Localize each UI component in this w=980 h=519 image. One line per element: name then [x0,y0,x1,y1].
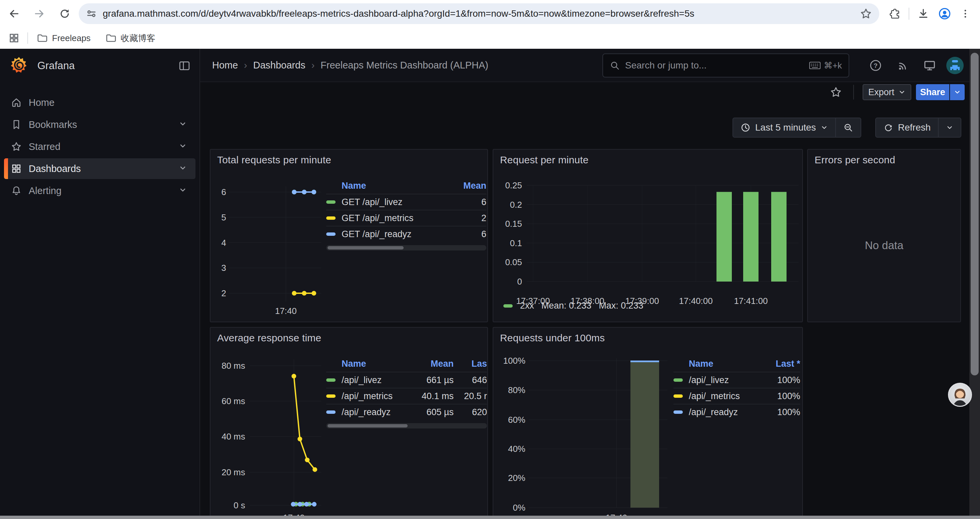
series-name[interactable]: /api/_metrics [342,391,407,401]
legend-row[interactable]: /api/_livez 100% [673,372,800,388]
sidebar-item-starred[interactable]: Starred [4,136,196,157]
share-button[interactable]: Share [916,84,949,100]
svg-text:0: 0 [517,276,522,287]
series-color-pill[interactable] [326,394,336,398]
page-scrollbar-thumb[interactable] [970,53,978,375]
legend-horizontal-scrollbar[interactable] [326,423,487,428]
series-color-pill[interactable] [326,232,336,236]
legend-row[interactable]: GET /api/_livez 6 [326,194,486,210]
series-color-pill[interactable] [673,394,683,398]
sidebar-item-dashboards[interactable]: Dashboards [4,158,196,179]
svg-text:0.25: 0.25 [505,180,522,190]
series-name[interactable]: /api/_livez [342,375,407,385]
downloads-button[interactable] [914,4,932,23]
panel-request-per-minute[interactable]: Request per minute 0.250.20.150.10.05017… [493,149,803,322]
panel-requests-under-100ms[interactable]: Requests under 100ms 100%80%60%40%20%0%1… [493,327,803,519]
series-mean: 6 [446,197,486,208]
series-color-pill[interactable] [503,304,513,308]
folder-icon [37,33,48,43]
bookmark-star-icon[interactable] [860,8,872,20]
svg-text:80 ms: 80 ms [221,361,245,371]
sidebar-item-home[interactable]: Home [4,92,196,113]
legend-header-name[interactable]: Name [689,359,764,369]
series-last: 100% [764,375,800,385]
legend-header-mean[interactable]: Mean [446,181,486,191]
extensions-button[interactable] [885,4,904,23]
browser-profile-button[interactable] [935,4,954,23]
floating-assistant-avatar[interactable] [948,383,972,407]
bookmark-folder-blogs[interactable]: 收藏博客 [105,32,156,44]
panel-errors-per-second[interactable]: Errors per second No data [807,149,961,322]
svg-text:0.2: 0.2 [510,200,522,210]
browser-menu-button[interactable] [956,4,975,23]
site-settings-icon[interactable] [86,8,97,19]
browser-forward-button[interactable] [30,4,49,23]
legend-row[interactable]: /api/_readyz 605 µs 620 [326,404,487,420]
series-color-pill[interactable] [326,378,336,382]
breadcrumb-dashboards[interactable]: Dashboards [253,60,305,71]
download-icon [918,8,929,19]
legend-row[interactable]: /api/_metrics 100% [673,388,800,404]
series-name[interactable]: /api/_readyz [689,407,764,417]
news-button[interactable] [891,49,915,82]
series-name[interactable]: /api/_metrics [689,391,764,401]
series-color-pill[interactable] [673,410,683,414]
panel-total-requests-per-minute[interactable]: Total requests per minute 6543217:40 Nam… [210,149,488,322]
legend-header-last[interactable]: Las [453,359,487,369]
series-color-pill[interactable] [326,200,336,204]
refresh-interval-button[interactable] [939,118,961,137]
help-button[interactable]: ? [864,49,887,82]
arrow-left-icon [8,8,20,19]
side-panel-apps-button[interactable] [7,31,21,45]
legend-row[interactable]: GET /api/_metrics 2 [326,210,486,226]
legend-horizontal-scrollbar[interactable] [326,245,486,251]
url-bar[interactable]: grafana.mathmast.com/d/deytv4rwavabkb/fr… [79,3,879,24]
apps-grid-icon [9,33,19,43]
avatar-image [946,57,964,74]
collapse-sidebar-icon[interactable] [179,60,190,72]
series-color-pill[interactable] [326,216,336,220]
series-color-pill[interactable] [326,410,336,414]
user-avatar[interactable] [943,49,967,82]
favorite-dashboard-button[interactable] [827,84,845,100]
series-name[interactable]: GET /api/_metrics [342,213,446,224]
browser-reload-button[interactable] [56,4,74,23]
series-color-pill[interactable] [673,378,683,382]
series-name[interactable]: /api/_readyz [342,407,407,417]
svg-text:3: 3 [221,263,226,273]
search-input[interactable]: Search or jump to... ⌘+k [602,53,849,77]
series-legend[interactable]: 2xx Mean: 0.233 Max: 0.233 [503,300,643,311]
series-name[interactable]: 2xx [520,300,534,311]
export-button[interactable]: Export [862,84,911,100]
sidebar-item-bookmarks[interactable]: Bookmarks [4,114,196,135]
scrollbar-thumb[interactable] [328,424,407,428]
zoom-out-time-button[interactable] [836,118,861,137]
scrollbar-thumb[interactable] [328,246,404,249]
legend-header-last[interactable]: Last * [764,359,800,369]
url-text[interactable]: grafana.mathmast.com/d/deytv4rwavabkb/fr… [103,8,860,19]
legend-row[interactable]: /api/_readyz 100% [673,404,800,420]
legend-row[interactable]: /api/_livez 661 µs 646 [326,372,487,388]
browser-actions [885,4,980,23]
series-mean: 2 [446,213,486,224]
legend-header-mean[interactable]: Mean [407,359,453,369]
legend-row[interactable]: /api/_metrics 40.1 ms 20.5 r [326,388,487,404]
bar-chart[interactable]: 0.250.20.150.10.05017:37:0017:38:0017:39… [493,150,802,323]
bookmark-folder-freeleaps[interactable]: Freeleaps [37,33,91,43]
browser-back-button[interactable] [5,4,23,23]
series-name[interactable]: GET /api/_readyz [342,229,446,240]
legend-header-name[interactable]: Name [342,181,446,191]
share-menu-button[interactable] [950,84,965,100]
series-last: 100% [764,407,800,417]
time-range-picker[interactable]: Last 5 minutes [733,118,835,137]
legend-row[interactable]: GET /api/_readyz 6 [326,226,486,242]
series-name[interactable]: GET /api/_livez [342,197,446,208]
breadcrumb-home[interactable]: Home [212,60,238,71]
sidebar-item-alerting[interactable]: Alerting [4,180,196,201]
refresh-button[interactable]: Refresh [876,118,938,137]
panel-title[interactable]: Errors per second [815,154,895,166]
legend-header-name[interactable]: Name [342,359,407,369]
series-name[interactable]: /api/_livez [689,375,764,385]
panel-average-response-time[interactable]: Average response time 80 ms60 ms40 ms20 … [210,327,488,519]
display-mode-button[interactable] [918,49,941,82]
